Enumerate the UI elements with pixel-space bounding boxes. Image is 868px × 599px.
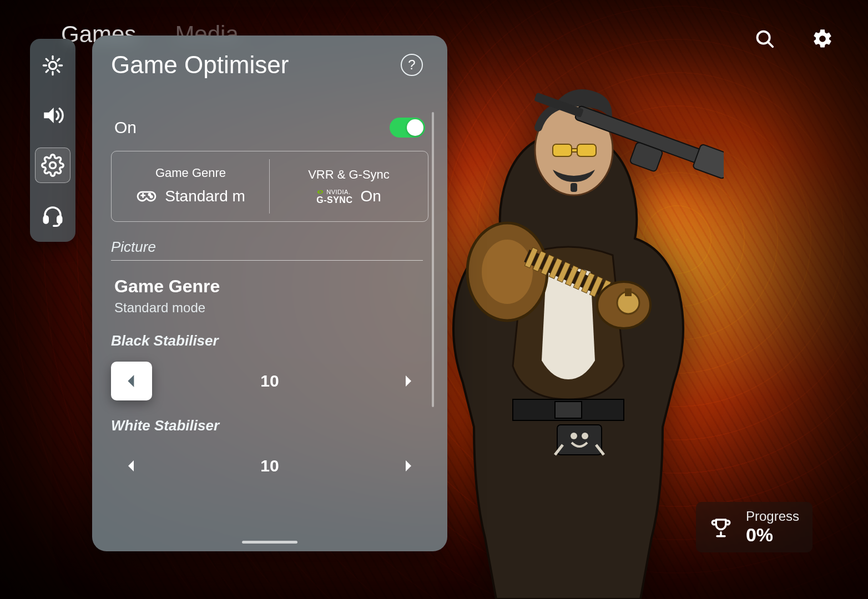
svg-marker-43 [44,108,54,123]
svg-rect-26 [625,288,632,296]
chevron-left-icon [127,460,136,471]
item-game-genre[interactable]: Game Genre Standard mode [111,261,428,316]
svg-rect-28 [555,402,582,418]
panel-title: Game Optimiser [111,51,289,79]
black-stabiliser-stepper: 10 [111,362,428,400]
svg-point-47 [149,194,150,195]
status-genre-header: Game Genre [155,166,226,180]
rail-volume[interactable] [35,98,70,133]
status-box: Game Genre Standard m VRR & G-Sync [111,151,428,222]
svg-line-41 [46,70,48,72]
gsync-badge: NVIDIA. G-SYNC [316,188,352,205]
master-toggle-row[interactable]: On [111,101,428,151]
chevron-right-icon [403,460,412,471]
svg-rect-16 [571,183,577,192]
black-stabiliser-increase[interactable] [387,362,428,400]
white-stabiliser-value: 10 [152,456,387,475]
svg-rect-19 [572,149,577,152]
status-vrr-header: VRR & G-Sync [308,167,390,182]
svg-rect-18 [577,144,596,156]
svg-marker-52 [406,460,411,471]
brightness-icon [42,54,64,77]
svg-line-40 [57,70,59,72]
rail-headset[interactable] [35,197,70,233]
help-button[interactable]: ? [401,54,423,76]
panel-scroll-area[interactable]: On Game Genre Standard m VRR & G-Sync [92,101,447,538]
svg-line-33 [768,42,773,47]
progress-chip[interactable]: Progress 0% [696,502,813,552]
svg-point-1 [482,240,533,304]
status-vrr-value: On [360,187,381,205]
master-toggle-switch[interactable] [390,118,425,138]
white-stabiliser-decrease[interactable] [111,446,152,485]
progress-label: Progress [746,509,799,524]
svg-point-48 [150,196,152,197]
black-stabiliser-label: Black Stabiliser [111,332,428,349]
svg-line-42 [57,59,59,61]
chevron-right-icon [403,375,412,387]
svg-point-30 [571,433,577,439]
status-genre[interactable]: Game Genre Standard m [112,151,270,221]
svg-point-31 [582,433,588,439]
drag-handle[interactable] [242,541,297,544]
svg-rect-17 [553,144,572,156]
help-icon: ? [408,57,415,73]
gear-icon [811,28,834,50]
side-rail [30,39,75,242]
search-icon [754,28,775,49]
trophy-icon [709,516,733,539]
game-optimiser-panel: Game Optimiser ? On Game Genre [92,35,447,551]
volume-icon [41,104,64,127]
progress-value: 0% [746,524,799,546]
item-game-genre-title: Game Genre [114,276,425,297]
status-vrr[interactable]: VRR & G-Sync NVIDIA. G-SYNC On [270,151,428,221]
item-game-genre-value: Standard mode [114,300,425,316]
svg-point-34 [49,62,56,69]
scrollbar[interactable] [432,112,434,407]
svg-rect-29 [557,425,602,455]
white-stabiliser-increase[interactable] [387,446,428,485]
status-genre-value: Standard m [165,187,245,205]
black-stabiliser-value: 10 [152,372,387,390]
svg-line-39 [46,59,48,61]
white-stabiliser-label: White Stabiliser [111,417,428,434]
search-button[interactable] [753,27,777,51]
svg-marker-49 [128,375,134,387]
headset-icon [41,204,64,227]
rail-settings[interactable] [35,148,70,183]
svg-marker-50 [406,375,411,387]
settings-button[interactable] [810,27,835,51]
svg-rect-45 [44,216,48,223]
hero-character-artwork [413,67,724,599]
black-stabiliser-decrease[interactable] [111,362,152,400]
section-picture-label: Picture [111,238,428,256]
svg-rect-46 [58,216,62,223]
gamepad-icon [136,186,157,207]
white-stabiliser-stepper: 10 [111,446,428,485]
svg-point-44 [49,162,55,168]
gear-icon [41,154,64,177]
chevron-left-icon [127,375,137,387]
master-toggle-label: On [114,118,137,137]
svg-marker-51 [128,460,134,471]
rail-brightness[interactable] [35,48,70,83]
